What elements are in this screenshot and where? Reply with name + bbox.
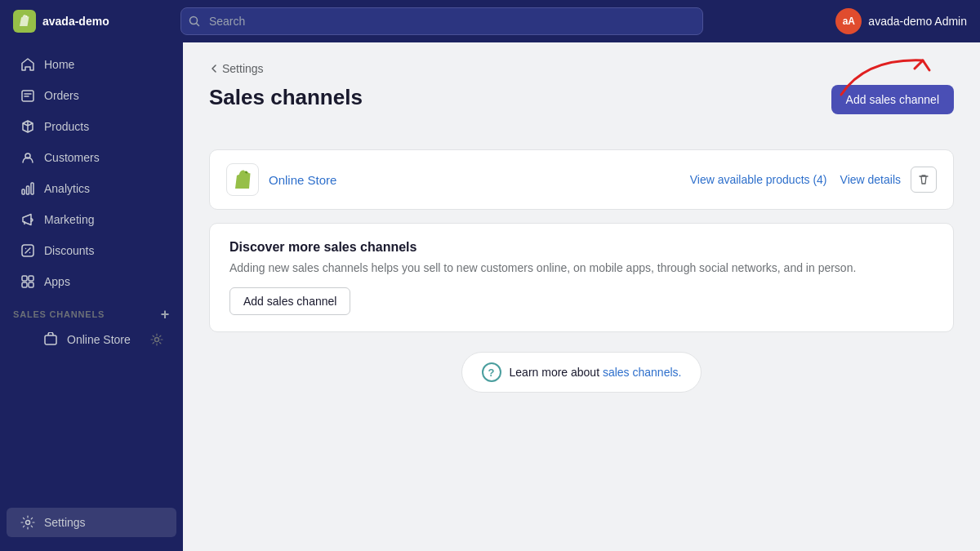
user-name: avada-demo Admin [868, 15, 967, 28]
discover-add-channel-button[interactable]: Add sales channel [229, 287, 350, 315]
channel-name[interactable]: Online Store [269, 173, 677, 187]
settings-icon [20, 514, 36, 531]
home-icon [20, 56, 36, 73]
orders-icon [20, 87, 36, 104]
discounts-icon [20, 242, 36, 259]
sidebar-label-apps: Apps [44, 275, 70, 288]
sidebar-label-customers: Customers [44, 151, 100, 164]
online-store-icon [42, 331, 59, 348]
shopify-logo-icon [13, 10, 36, 33]
brand-name: avada-demo [42, 15, 109, 28]
sidebar-item-discounts[interactable]: Discounts [7, 236, 176, 265]
svg-rect-8 [29, 276, 33, 281]
sidebar-item-products[interactable]: Products [7, 112, 176, 141]
add-sales-channel-icon[interactable]: + [161, 307, 170, 322]
svg-rect-11 [45, 335, 56, 344]
avatar: aA [835, 8, 862, 34]
view-details-button[interactable]: View details [837, 170, 904, 189]
svg-rect-4 [27, 186, 29, 194]
search-bar [180, 7, 703, 35]
svg-rect-7 [22, 276, 27, 281]
sidebar-item-home[interactable]: Home [7, 50, 176, 79]
svg-point-13 [26, 521, 30, 525]
analytics-icon [20, 180, 36, 197]
sidebar-item-online-store[interactable]: Online Store [7, 326, 176, 353]
breadcrumb-back[interactable]: Settings [209, 62, 264, 75]
sidebar-item-apps[interactable]: Apps [7, 267, 176, 296]
svg-rect-9 [22, 282, 27, 287]
user-menu[interactable]: aA avada-demo Admin [835, 8, 967, 34]
learn-more-section: ? Learn more about sales channels. [209, 352, 954, 393]
sidebar-label-home: Home [44, 58, 74, 71]
learn-more-pill: ? Learn more about sales channels. [461, 352, 702, 393]
svg-rect-3 [22, 189, 24, 194]
sidebar-label-products: Products [44, 120, 89, 133]
search-input[interactable] [180, 7, 703, 35]
page-header: Sales channels Add sales channel [209, 85, 954, 130]
breadcrumb: Settings [209, 62, 954, 75]
sidebar-label-discounts: Discounts [44, 244, 94, 257]
sidebar-label-settings: Settings [44, 516, 86, 529]
main-layout: Home Orders Products [0, 42, 980, 551]
delete-channel-button[interactable] [911, 167, 937, 193]
sidebar-item-orders[interactable]: Orders [7, 81, 176, 110]
help-icon: ? [482, 362, 501, 382]
settings-cog-icon [150, 333, 163, 346]
sidebar: Home Orders Products [0, 42, 183, 551]
sidebar-item-settings[interactable]: Settings [7, 508, 176, 537]
search-icon [189, 16, 200, 27]
online-store-card: Online Store View available products (4)… [209, 149, 954, 210]
sidebar-item-customers[interactable]: Customers [7, 143, 176, 172]
sidebar-label-orders: Orders [44, 89, 79, 102]
main-content: Settings Sales channels Add sales channe… [183, 42, 980, 551]
apps-icon [20, 273, 36, 290]
discover-card: Discover more sales channels Adding new … [209, 223, 954, 332]
discover-title: Discover more sales channels [229, 240, 933, 255]
svg-rect-5 [31, 183, 33, 194]
sidebar-label-marketing: Marketing [44, 213, 94, 226]
top-navigation: avada-demo aA avada-demo Admin [0, 0, 980, 42]
sidebar-item-analytics[interactable]: Analytics [7, 174, 176, 203]
marketing-icon [20, 211, 36, 228]
channel-actions: View available products (4) View details [687, 167, 937, 193]
customers-icon [20, 149, 36, 166]
page-title: Sales channels [209, 85, 363, 110]
svg-point-12 [155, 338, 159, 342]
brand[interactable]: avada-demo [13, 10, 109, 33]
channel-logo [226, 163, 259, 196]
channel-row: Online Store View available products (4)… [210, 150, 953, 209]
sidebar-item-marketing[interactable]: Marketing [7, 205, 176, 234]
add-sales-channel-button[interactable]: Add sales channel [831, 85, 954, 114]
sales-channels-link[interactable]: sales channels. [603, 366, 682, 379]
sales-channels-section: SALES CHANNELS + [0, 297, 183, 325]
learn-more-text: Learn more about sales channels. [510, 366, 682, 379]
online-store-label: Online Store [67, 333, 131, 346]
sidebar-label-analytics: Analytics [44, 182, 90, 195]
svg-rect-10 [29, 282, 33, 287]
discover-description: Adding new sales channels helps you sell… [229, 261, 933, 274]
view-products-button[interactable]: View available products (4) [687, 170, 831, 189]
products-icon [20, 118, 36, 135]
